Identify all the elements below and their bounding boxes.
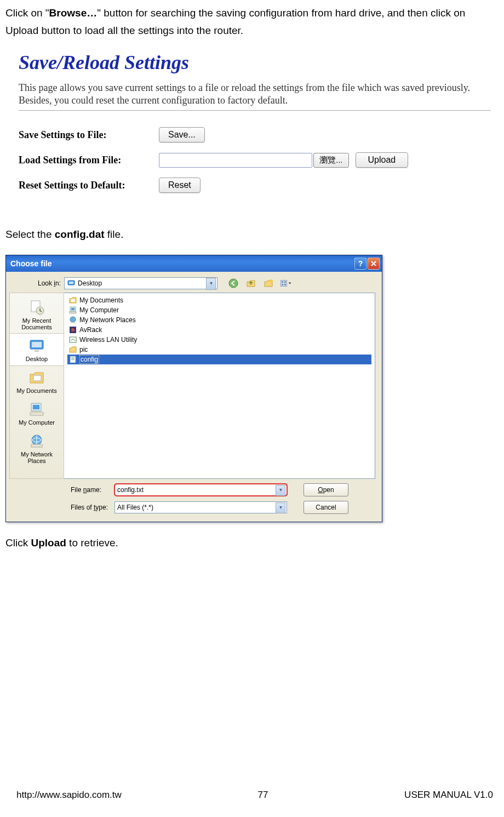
place-label: Desktop <box>26 356 48 362</box>
upload-button[interactable]: Upload <box>356 152 409 168</box>
places-bar: My Recent Documents Desktop My Documents… <box>9 293 64 479</box>
file-item-config[interactable]: config <box>67 355 371 364</box>
text: file. <box>105 228 124 240</box>
svg-rect-22 <box>71 308 75 310</box>
svg-rect-5 <box>282 281 283 283</box>
load-file-input[interactable] <box>159 153 312 168</box>
file-label: My Network Places <box>79 316 136 324</box>
instruction-browse: Click on "Browse…" button for searching … <box>5 4 499 40</box>
svg-rect-20 <box>71 299 75 302</box>
network-icon <box>68 316 77 324</box>
look-in-value: Desktop <box>78 279 102 287</box>
place-desktop[interactable]: Desktop <box>9 333 64 366</box>
text: Select the <box>5 228 55 240</box>
page-number: 77 <box>258 790 268 801</box>
file-label: AvRack <box>79 326 102 334</box>
text-bold: config.dat <box>55 228 105 240</box>
place-mycomputer[interactable]: My Computer <box>10 397 64 429</box>
file-item-network[interactable]: My Network Places <box>67 315 371 325</box>
filetype-value: All Files (*.*) <box>117 504 153 511</box>
text: to retrieve. <box>66 537 118 549</box>
file-item-mycomputer[interactable]: My Computer <box>67 305 371 315</box>
svg-rect-30 <box>71 357 75 358</box>
panel-title: Save/Reload Settings <box>19 51 491 74</box>
place-label: My Documents <box>16 387 56 394</box>
svg-rect-12 <box>32 342 42 347</box>
dialog-titlebar[interactable]: Choose file ? <box>6 255 382 272</box>
view-menu-icon[interactable] <box>280 277 292 289</box>
svg-rect-7 <box>282 283 283 285</box>
file-icon <box>68 355 77 364</box>
text-bold: Browse… <box>49 7 98 19</box>
file-label: Wireless LAN Utility <box>79 336 137 344</box>
save-row: Save Settings to File: Save... <box>19 127 491 142</box>
app-icon <box>68 335 77 344</box>
svg-rect-17 <box>30 412 43 415</box>
up-folder-icon[interactable] <box>245 277 257 289</box>
place-mydocs[interactable]: My Documents <box>10 365 64 397</box>
new-folder-icon[interactable] <box>262 277 274 289</box>
place-label: My Computer <box>19 419 55 426</box>
file-label: pic <box>79 346 88 353</box>
file-label: config <box>79 355 99 364</box>
place-label: My Network Places <box>11 451 62 464</box>
svg-point-3 <box>270 279 273 283</box>
svg-point-2 <box>229 279 238 288</box>
filename-label: File name: <box>71 486 114 494</box>
save-reload-panel: Save/Reload Settings This page allows yo… <box>19 51 491 193</box>
back-icon[interactable] <box>227 277 239 289</box>
close-button[interactable] <box>368 258 380 270</box>
footer-version: USER MANUAL V1.0 <box>404 790 493 801</box>
place-recent[interactable]: My Recent Documents <box>10 295 64 334</box>
filename-value: config.txt <box>117 486 144 494</box>
file-label: My Computer <box>79 306 119 314</box>
desktop-icon <box>67 279 76 288</box>
svg-point-24 <box>70 317 76 322</box>
cancel-button[interactable]: Cancel <box>303 501 348 514</box>
dialog-title: Choose file <box>10 259 51 268</box>
look-in-select[interactable]: Desktop <box>64 277 217 289</box>
file-item-mydocs[interactable]: My Documents <box>67 295 371 305</box>
file-label: My Documents <box>79 296 123 304</box>
svg-rect-28 <box>70 337 76 342</box>
folder-icon <box>68 345 77 354</box>
page-footer: http://www.sapido.com.tw 77 USER MANUAL … <box>16 790 493 801</box>
svg-point-27 <box>71 328 75 332</box>
instruction-upload: Click Upload to retrieve. <box>5 534 499 552</box>
svg-rect-19 <box>31 444 42 447</box>
file-item-wlan[interactable]: Wireless LAN Utility <box>67 335 371 345</box>
my-documents-icon <box>28 369 45 386</box>
file-item-pic[interactable]: pic <box>67 345 371 355</box>
reset-button[interactable]: Reset <box>159 178 201 193</box>
help-button[interactable]: ? <box>354 258 366 270</box>
svg-rect-13 <box>35 350 39 352</box>
recent-docs-icon <box>28 299 45 316</box>
filename-input[interactable]: config.txt <box>114 484 287 496</box>
reset-row: Reset Settings to Default: Reset <box>19 178 491 193</box>
filetype-label: Files of type: <box>71 504 114 511</box>
file-item-avrack[interactable]: AvRack <box>67 325 371 335</box>
filetype-select[interactable]: All Files (*.*) <box>114 501 287 513</box>
svg-rect-25 <box>70 322 76 323</box>
svg-rect-14 <box>33 375 41 381</box>
place-label: My Recent Documents <box>11 317 62 330</box>
svg-rect-32 <box>71 359 75 360</box>
svg-rect-8 <box>284 283 286 285</box>
folder-docs-icon <box>68 296 77 305</box>
computer-icon <box>68 306 77 315</box>
place-network[interactable]: My Network Places <box>10 429 64 467</box>
browse-button[interactable]: 瀏覽... <box>313 153 349 168</box>
my-computer-icon <box>28 401 45 418</box>
open-button[interactable]: Open <box>303 483 348 496</box>
save-label: Save Settings to File: <box>19 129 159 141</box>
panel-description: This page allows you save current settin… <box>19 82 491 111</box>
file-list-area[interactable]: My Documents My Computer My Network Plac… <box>64 293 375 479</box>
load-label: Load Settings from File: <box>19 155 159 166</box>
look-in-label: Look in: <box>38 279 61 287</box>
footer-url: http://www.sapido.com.tw <box>16 790 122 801</box>
reset-label: Reset Settings to Default: <box>19 180 159 191</box>
text: Click on " <box>5 7 49 19</box>
network-places-icon <box>28 432 45 450</box>
save-button[interactable]: Save... <box>159 127 205 142</box>
svg-rect-23 <box>70 312 76 313</box>
